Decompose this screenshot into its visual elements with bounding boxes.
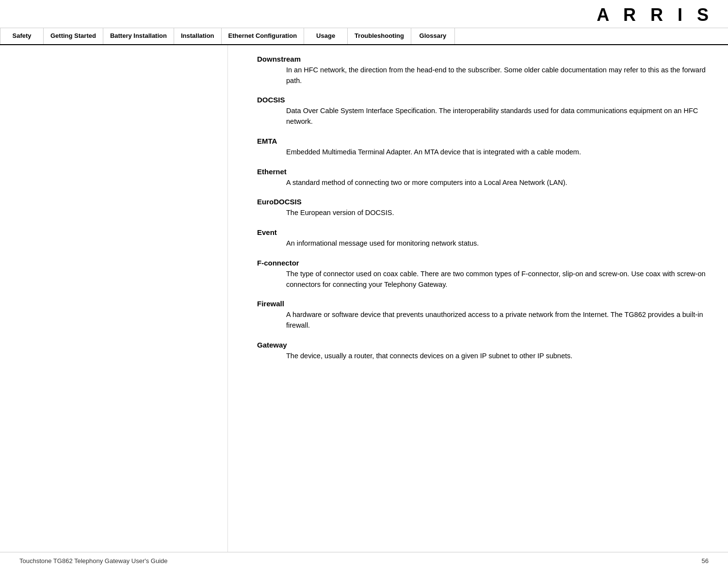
- glossary-entry: EMTAEmbedded Multimedia Terminal Adapter…: [257, 137, 709, 158]
- glossary-entry: EuroDOCSISThe European version of DOCSIS…: [257, 198, 709, 218]
- glossary-term: EMTA: [257, 137, 709, 145]
- glossary-term: DOCSIS: [257, 96, 709, 104]
- glossary-entry: EventAn informational message used for m…: [257, 228, 709, 249]
- footer: Touchstone TG862 Telephony Gateway User'…: [0, 552, 728, 569]
- glossary-entry: F-connectorThe type of connector used on…: [257, 259, 709, 290]
- nav-item-troubleshooting[interactable]: Troubleshooting: [348, 28, 411, 44]
- left-sidebar: [0, 45, 228, 552]
- footer-guide-title: Touchstone TG862 Telephony Gateway User'…: [19, 557, 168, 565]
- nav-item-getting-started[interactable]: Getting Started: [44, 28, 103, 44]
- arris-logo: A R R I S: [597, 5, 713, 25]
- glossary-entry: DOCSISData Over Cable System Interface S…: [257, 96, 709, 127]
- glossary-term: Firewall: [257, 299, 709, 308]
- nav-item-glossary[interactable]: Glossary: [411, 28, 455, 44]
- glossary-definition: The type of connector used on coax cable…: [286, 269, 709, 290]
- main-content: DownstreamIn an HFC network, the directi…: [228, 45, 728, 552]
- header: A R R I S: [0, 0, 728, 28]
- content-wrapper: DownstreamIn an HFC network, the directi…: [0, 45, 728, 552]
- glossary-term: F-connector: [257, 259, 709, 267]
- navigation-bar: SafetyGetting StartedBattery Installatio…: [0, 28, 728, 45]
- glossary-term: Gateway: [257, 341, 709, 349]
- glossary-definition: The device, usually a router, that conne…: [286, 351, 709, 362]
- glossary-definition: Data Over Cable System Interface Specifi…: [286, 106, 709, 127]
- glossary-term: Ethernet: [257, 167, 709, 176]
- glossary-term: Downstream: [257, 55, 709, 63]
- nav-item-installation[interactable]: Installation: [174, 28, 222, 44]
- glossary-definition: Embedded Multimedia Terminal Adapter. An…: [286, 147, 709, 158]
- glossary-definition: The European version of DOCSIS.: [286, 208, 709, 218]
- glossary-entry: FirewallA hardware or software device th…: [257, 299, 709, 331]
- nav-item-safety[interactable]: Safety: [0, 28, 44, 44]
- glossary-entry: DownstreamIn an HFC network, the directi…: [257, 55, 709, 86]
- nav-item-ethernet-configuration[interactable]: Ethernet Configuration: [222, 28, 305, 44]
- glossary-definition: In an HFC network, the direction from th…: [286, 65, 709, 86]
- glossary-entry: EthernetA standard method of connecting …: [257, 167, 709, 188]
- glossary-definition: A standard method of connecting two or m…: [286, 178, 709, 188]
- nav-item-battery-installation[interactable]: Battery Installation: [103, 28, 174, 44]
- glossary-term: Event: [257, 228, 709, 236]
- glossary-term: EuroDOCSIS: [257, 198, 709, 206]
- page-number: 56: [702, 557, 709, 565]
- glossary-definition: An informational message used for monito…: [286, 238, 709, 249]
- glossary-definition: A hardware or software device that preve…: [286, 310, 709, 331]
- glossary-entry: GatewayThe device, usually a router, tha…: [257, 341, 709, 362]
- nav-item-usage[interactable]: Usage: [304, 28, 348, 44]
